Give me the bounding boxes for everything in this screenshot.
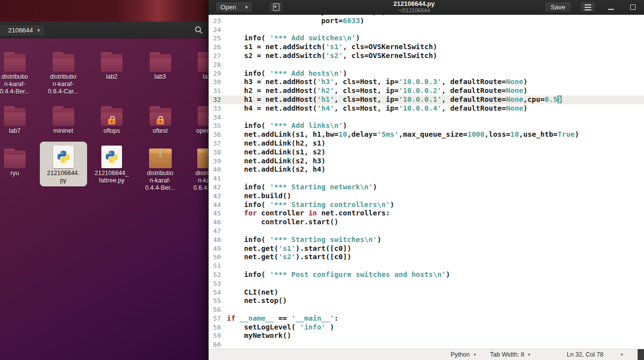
- code-line[interactable]: 26 s1 = net.addSwitch('s1', cls=OVSKerne…: [209, 43, 644, 52]
- code-line[interactable]: 56: [209, 305, 644, 314]
- open-dropdown-button[interactable]: ▼: [241, 1, 253, 13]
- code-line[interactable]: 49 net.get('s1').start([c0]): [209, 244, 644, 253]
- folder-icon: [149, 52, 172, 72]
- python-file-icon: [53, 146, 74, 168]
- chevron-down-icon: ▼: [245, 5, 249, 10]
- code-line[interactable]: 40 net.addLink(s2, h4): [209, 165, 644, 174]
- code-line[interactable]: 32 h1 = net.addHost('h1', cls=Host, ip='…: [209, 95, 644, 104]
- minimize-button[interactable]: [602, 1, 620, 13]
- hamburger-icon: [584, 4, 591, 5]
- line-number: 23: [209, 17, 227, 26]
- code-line[interactable]: 50 net.get('s2').start([c0]): [209, 253, 644, 262]
- code-line[interactable]: 36 net.addLink(s1, h1,bw=10,delay='5ms',…: [209, 130, 644, 139]
- file-label: mininet: [53, 127, 73, 135]
- code-line[interactable]: 31 h2 = net.addHost('h2', cls=Host, ip='…: [209, 87, 644, 95]
- code-line[interactable]: 35 info( '*** Add links\n'): [209, 121, 644, 130]
- folder-icon: [149, 106, 172, 126]
- maximize-button[interactable]: [624, 1, 642, 13]
- language-selector[interactable]: Python ▼: [451, 349, 477, 360]
- code-line[interactable]: 51: [209, 262, 644, 270]
- code-line[interactable]: 47: [209, 227, 644, 236]
- code-line[interactable]: 28: [209, 60, 644, 69]
- scroll-menu-button[interactable]: ▼: [620, 349, 624, 360]
- file-label: lab7: [9, 127, 21, 135]
- code-line[interactable]: 46 controller.start(): [209, 218, 644, 227]
- file-item[interactable]: distributio n-karaf- 0.4.4-Ber...: [137, 142, 184, 194]
- open-button[interactable]: Open: [215, 1, 241, 13]
- file-label: oftest: [153, 127, 168, 135]
- code-line[interactable]: 27 s2 = net.addSwitch('s2', cls=OVSKerne…: [209, 52, 644, 60]
- line-number: 49: [209, 244, 227, 253]
- statusbar: Python ▼ Tab Width: 8 ▼ Ln 32, Col 78 ▼: [209, 349, 644, 360]
- line-number: 41: [209, 174, 227, 183]
- file-item[interactable]: oftest: [137, 99, 184, 137]
- folder-icon: [100, 52, 123, 72]
- file-manager-toolbar: 2106644 ▼: [0, 22, 208, 38]
- wallpaper-strip: [0, 0, 208, 22]
- code-line[interactable]: 30 h3 = net.addHost('h3', cls=Host, ip='…: [209, 78, 644, 87]
- code-line[interactable]: 34: [209, 113, 644, 122]
- code-line[interactable]: 52 info( '*** Post configure switches an…: [209, 270, 644, 279]
- line-number: 26: [209, 43, 227, 52]
- file-item[interactable]: distributio n-karaf- 0.4.4-Ber...: [0, 45, 38, 97]
- file-label: oflops: [103, 127, 120, 135]
- line-number: 28: [209, 60, 227, 69]
- code-line[interactable]: 37 net.addLink(h2, s1): [209, 139, 644, 148]
- menu-button[interactable]: [580, 1, 596, 13]
- new-document-button[interactable]: [269, 1, 283, 13]
- code-line[interactable]: 41: [209, 174, 644, 183]
- code-line[interactable]: 55 net.stop(): [209, 297, 644, 305]
- python-logo-icon: [57, 150, 70, 164]
- search-icon: [194, 26, 203, 34]
- code-line[interactable]: 43 net.build(): [209, 192, 644, 201]
- code-line[interactable]: 24: [209, 26, 644, 34]
- gedit-window: Open ▼ 212106644.py ~/212106644 Save: [208, 0, 644, 360]
- code-line[interactable]: 59 myNetwork(): [209, 331, 644, 340]
- file-label: 212106644_ fattree.py: [94, 170, 129, 184]
- file-item[interactable]: lab2: [88, 45, 135, 83]
- code-line[interactable]: 60: [209, 340, 644, 349]
- line-number: 34: [209, 113, 227, 122]
- line-number: 48: [209, 236, 227, 244]
- line-number: 59: [209, 331, 227, 340]
- code-line[interactable]: 54 CLI(net): [209, 288, 644, 297]
- code-line[interactable]: 29 info( '*** Add hosts\n'): [209, 69, 644, 78]
- code-line[interactable]: 58 setLogLevel( 'info' ): [209, 323, 644, 332]
- code-line[interactable]: 45 for controller in net.controllers:: [209, 209, 644, 218]
- code-line[interactable]: 48 info( '*** Starting switches\n'): [209, 236, 644, 244]
- file-item[interactable]: lab7: [0, 99, 38, 137]
- code-line[interactable]: 44 info( '*** Starting controllers\n'): [209, 201, 644, 210]
- text-editor[interactable]: 22 protocol='tcp',23 port=6633)2425 info…: [209, 15, 644, 349]
- file-item[interactable]: ryu: [0, 142, 38, 179]
- file-label: lab3: [154, 73, 166, 81]
- code-line[interactable]: 42 info( '*** Starting network\n'): [209, 183, 644, 192]
- code-line[interactable]: 53: [209, 279, 644, 288]
- code-line[interactable]: 57if __name__ == '__main__':: [209, 314, 644, 323]
- file-item[interactable]: distributio n-karaf- 0.6.4-Car...: [40, 45, 87, 97]
- line-number: 25: [209, 34, 227, 43]
- line-number: 31: [209, 87, 227, 95]
- file-item[interactable]: lab3: [137, 45, 184, 83]
- path-button[interactable]: 2106644 ▼: [0, 24, 45, 36]
- line-number: 39: [209, 157, 227, 166]
- file-item[interactable]: mininet: [40, 99, 87, 137]
- line-number: 47: [209, 227, 227, 236]
- line-number: 32: [209, 95, 227, 104]
- code-lines: 22 protocol='tcp',23 port=6633)2425 info…: [209, 15, 644, 349]
- file-item[interactable]: 212106644_ fattree.py: [88, 142, 135, 186]
- tab-width-selector[interactable]: Tab Width: 8 ▼: [490, 349, 531, 360]
- code-line[interactable]: 38 net.addLink(s1, s2): [209, 148, 644, 157]
- file-item[interactable]: 212106644. py: [40, 142, 87, 186]
- line-number: 45: [209, 209, 227, 218]
- line-number: 27: [209, 52, 227, 60]
- path-button-label: 2106644: [8, 27, 33, 34]
- code-line[interactable]: 33 h4 = net.addHost('h4', cls=Host, ip='…: [209, 104, 644, 113]
- code-line[interactable]: 25 info( '*** Add switches\n'): [209, 34, 644, 43]
- save-button[interactable]: Save: [544, 1, 572, 13]
- file-item[interactable]: oflops: [88, 99, 135, 137]
- chevron-down-icon: ▼: [620, 353, 624, 357]
- line-number: 38: [209, 148, 227, 157]
- code-line[interactable]: 39 net.addLink(s2, h3): [209, 157, 644, 166]
- search-button[interactable]: [193, 25, 205, 35]
- code-line[interactable]: 23 port=6633): [209, 17, 644, 26]
